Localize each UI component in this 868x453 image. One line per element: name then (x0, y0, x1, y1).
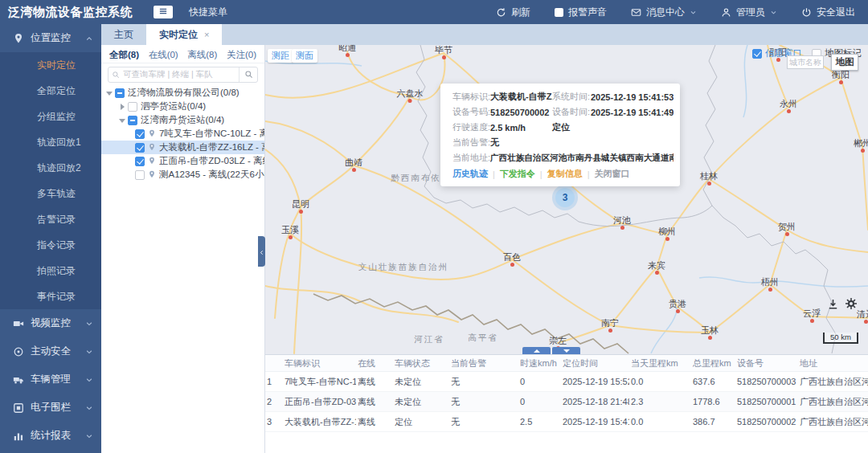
popup-action-copy-info[interactable]: 复制信息 (547, 168, 583, 180)
sidebar-section-label: 视频监控 (31, 316, 79, 330)
tree-node-label: 大装载机-自带ZZ-16LZ - 离线(2 (159, 141, 264, 153)
table-cell: 离线 (356, 412, 393, 432)
popup-action-close-window[interactable]: 关闭窗口 (595, 168, 630, 180)
table-cell: 离线 (356, 392, 393, 412)
popup-value: 2.5 km/h (490, 123, 552, 133)
logout-button[interactable]: 安全退出 (801, 6, 855, 19)
chevron-down-icon (85, 432, 93, 440)
sidebar-item[interactable]: 指令记录 (0, 232, 101, 258)
column-header: 在线 (356, 355, 393, 372)
user-icon (721, 7, 731, 18)
popup-action-history-track[interactable]: 历史轨迹 (452, 168, 488, 180)
vehicle-cluster-marker[interactable]: 3 (555, 188, 575, 207)
table-cell: 2.5 (518, 412, 561, 432)
tree-node-label: 泗亭货运站(0/4) (141, 100, 206, 112)
expand-arrow-icon[interactable] (118, 103, 126, 111)
message-center-menu[interactable]: 消息中心 (631, 6, 697, 19)
sidebar-item[interactable]: 实时定位 (0, 52, 101, 78)
info-window-checkbox[interactable] (752, 49, 762, 59)
tree-node[interactable]: 泗亭货运站(0/4) (101, 100, 264, 113)
sidebar-item[interactable]: 告警记录 (0, 206, 101, 232)
table-collapse-buttons (522, 347, 580, 354)
popup-action-send-command[interactable]: 下发指令 (500, 168, 535, 180)
collapse-arrow-icon[interactable] (105, 89, 113, 97)
truck-icon (13, 374, 24, 386)
tree-checkbox[interactable] (135, 170, 145, 180)
popup-label: 车辆标识: (452, 91, 490, 103)
tab-home[interactable]: 主页 (101, 24, 146, 45)
expand-table-button[interactable] (522, 347, 551, 354)
envelope-icon (631, 7, 641, 18)
tree-node[interactable]: 7吨叉车-自带NC-10LZ - 离线(1 (101, 127, 264, 141)
sidebar-item[interactable]: 拍照记录 (0, 258, 101, 284)
sidebar-item[interactable]: 分组监控 (0, 104, 101, 129)
popup-value: 广西壮族自治区河池市南丹县城关镇西南大通道南丹站... (490, 153, 674, 164)
column-header: 总里程km (691, 355, 735, 372)
table-row[interactable]: 17吨叉车-自带NC-10LZ离线未定位无02025-12-19 15:52:0… (265, 372, 868, 392)
sidebar-section-electronic-fence[interactable]: 电子围栏 (0, 394, 101, 422)
location-pin-icon (148, 143, 157, 152)
power-icon (801, 7, 812, 18)
collapse-table-button[interactable] (552, 347, 580, 354)
alarm-sound-checkbox[interactable] (555, 8, 563, 17)
tab-realtime-location[interactable]: 实时定位 × (146, 24, 222, 45)
sidebar-section-video-monitor[interactable]: 视频监控 (0, 309, 101, 337)
vehicle-search-input[interactable]: 可查询车牌 | 终端 | 车队 (108, 67, 258, 83)
table-row[interactable]: 3大装载机-自带ZZ-16LZ离线定位无2.52025-12-19 15:41:… (265, 412, 868, 432)
sidebar-section-location-monitor[interactable]: 位置监控 (0, 24, 101, 52)
tab-close-icon[interactable]: × (204, 30, 209, 39)
tree-node[interactable]: 泛湾南丹货运站(0/4) (101, 113, 264, 127)
filter-tab[interactable]: 关注(0) (227, 49, 256, 61)
sidebar-section-vehicle-management[interactable]: 车辆管理 (0, 365, 101, 394)
location-pin-icon (148, 170, 157, 179)
table-cell: 无 (449, 392, 518, 412)
separator: | (588, 169, 590, 179)
measure-area-button[interactable]: 测面 (292, 49, 317, 63)
tree-node[interactable]: 大装载机-自带ZZ-16LZ - 离线(2 (101, 141, 264, 154)
triangle-down-icon (563, 349, 570, 353)
search-icon (244, 67, 253, 82)
tree-checkbox[interactable] (128, 116, 137, 125)
tree-node[interactable]: 泛湾物流股份有限公司(0/8) (101, 86, 264, 100)
gear-icon[interactable] (845, 297, 858, 310)
table-cell: 定位 (393, 412, 449, 432)
collapse-arrow-icon[interactable] (118, 116, 126, 124)
filter-tab[interactable]: 在线(0) (149, 49, 178, 61)
menu-toggle-button[interactable] (154, 6, 173, 18)
tree-checkbox[interactable] (135, 143, 145, 153)
alarm-sound-toggle[interactable]: 报警声音 (555, 6, 607, 19)
arrow-spacer (125, 157, 133, 165)
tree-checkbox[interactable] (128, 102, 137, 112)
city-search-input[interactable]: 城市名称 (787, 55, 824, 69)
location-pin-icon (13, 33, 24, 44)
panel-collapse-handle[interactable] (258, 236, 265, 267)
refresh-icon (496, 7, 506, 18)
search-button[interactable] (239, 67, 257, 82)
admin-user-menu[interactable]: 管理员 (721, 6, 777, 19)
table-cell: 518250700001 (735, 392, 798, 412)
tree-node[interactable]: 测A12345 - 离线(22天6小时) (101, 168, 264, 182)
table-cell: 未定位 (393, 392, 449, 412)
quick-menu-label[interactable]: 快捷菜单 (189, 6, 227, 19)
filter-tab[interactable]: 全部(8) (109, 49, 139, 61)
sidebar-section-active-safety[interactable]: 主动安全 (0, 337, 101, 365)
sidebar-item[interactable]: 多车轨迹 (0, 181, 101, 206)
tree-checkbox[interactable] (135, 129, 145, 139)
map-canvas[interactable]: 黔西南布依族苗族自治州文山壮族苗族自治州河江省高平省 昭通毕节六盘水曲靖昆明玉溪… (265, 45, 868, 354)
tree-node[interactable]: 正面吊-自带ZD-03LZ - 离线(19 (101, 154, 264, 168)
measure-distance-button[interactable]: 测距 (268, 49, 293, 63)
tree-checkbox[interactable] (135, 157, 145, 166)
sidebar-item[interactable]: 轨迹回放2 (0, 155, 101, 181)
map-type-button[interactable]: 地图 (831, 54, 858, 71)
sidebar-item[interactable]: 轨迹回放1 (0, 129, 101, 155)
sidebar-item[interactable]: 全部定位 (0, 78, 101, 104)
download-icon[interactable] (827, 298, 839, 310)
table-cell: 广西壮族自治区河池市 (798, 372, 868, 392)
refresh-button[interactable]: 刷新 (496, 6, 530, 19)
tree-checkbox[interactable] (115, 88, 125, 98)
popup-value: 2025-12-19 15:41:53 (591, 92, 674, 102)
sidebar-section-statistics-report[interactable]: 统计报表 (0, 422, 101, 450)
table-row[interactable]: 2正面吊-自带ZD-03LZ离线未定位无02025-12-18 21:48:55… (265, 392, 868, 412)
sidebar-item[interactable]: 事件记录 (0, 284, 101, 309)
filter-tab[interactable]: 离线(8) (187, 49, 217, 61)
